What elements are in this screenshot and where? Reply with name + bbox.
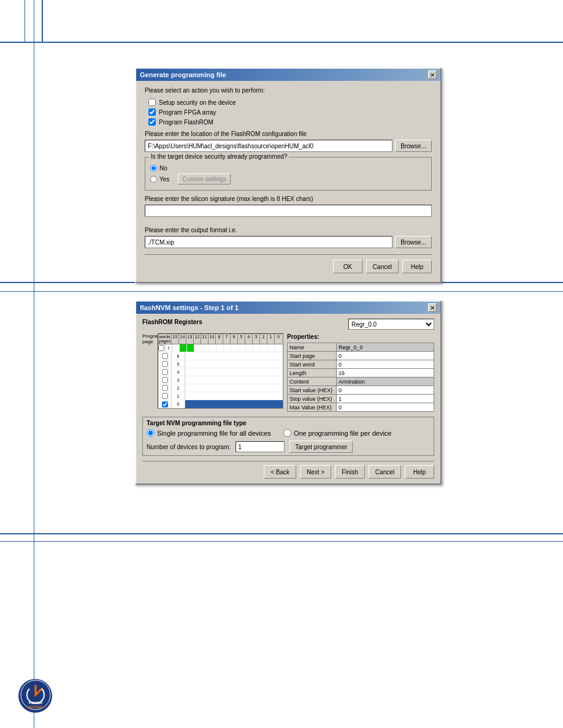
bit-row4-all bbox=[185, 368, 283, 376]
dialog1-title: Generate programming file bbox=[140, 71, 226, 78]
prop-startword-value: 0 bbox=[337, 360, 434, 369]
dialog2-cancel-button[interactable]: Cancel bbox=[369, 465, 401, 479]
row3-checkbox[interactable] bbox=[162, 377, 168, 383]
signature-input[interactable] bbox=[145, 205, 432, 217]
prop-stopval-label: Stop value (HEX) bbox=[288, 395, 337, 403]
prop-startpage-label: Start page bbox=[288, 352, 337, 360]
row1-checkbox[interactable] bbox=[162, 393, 168, 399]
dialog2-footer: < Back Next > Finish Cancel Help bbox=[142, 461, 434, 479]
bit-7-12 bbox=[194, 344, 202, 352]
grid-row-1: 1 bbox=[158, 392, 283, 400]
register-select[interactable]: Regr_0.0 bbox=[348, 319, 434, 330]
bit-7-1 bbox=[268, 344, 275, 352]
bit-row5-all bbox=[185, 360, 283, 368]
col-12: 12 bbox=[194, 334, 201, 344]
properties-table: Name Regr_0_0 Start page 0 Start word 0 … bbox=[287, 343, 434, 412]
num-devices-input[interactable] bbox=[236, 441, 285, 452]
output-input[interactable] bbox=[145, 236, 393, 248]
dialog2-back-button[interactable]: < Back bbox=[264, 465, 296, 479]
col-7: 7 bbox=[223, 334, 231, 344]
dialog2-close-button[interactable]: ✕ bbox=[428, 303, 437, 312]
generate-programming-dialog: Generate programming file ✕ Please selec… bbox=[135, 67, 442, 283]
dialog2-title: flashNVM settings - Step 1 of 1 bbox=[140, 304, 239, 311]
section-divider-3 bbox=[0, 533, 563, 534]
row6-word: 6 bbox=[172, 352, 185, 360]
dialog1-close-button[interactable]: ✕ bbox=[428, 70, 437, 79]
col-6: 6 bbox=[231, 334, 238, 344]
bit-7-8 bbox=[216, 344, 224, 352]
single-file-radio[interactable] bbox=[147, 429, 155, 437]
words-header: wordspages bbox=[158, 334, 172, 344]
radio-no-row: No bbox=[150, 165, 426, 172]
properties-label: Properties: bbox=[287, 333, 434, 340]
col-0: 0 bbox=[275, 334, 282, 344]
dialog1-body: Please select an action you wish to perf… bbox=[136, 81, 440, 282]
col-5: 5 bbox=[238, 334, 245, 344]
setup-security-label: Setup security on the device bbox=[159, 99, 236, 106]
setup-security-row: Setup security on the device bbox=[148, 99, 432, 106]
grid-header: wordspages 15 14 13 12 11 10 8 7 6 5 4 bbox=[158, 334, 283, 344]
custom-settings-button[interactable]: Custom settings bbox=[178, 173, 231, 184]
dialog1-cancel-button[interactable]: Cancel bbox=[366, 260, 399, 273]
row7-checkbox[interactable] bbox=[158, 345, 164, 351]
dialog2-next-button[interactable]: Next > bbox=[300, 465, 331, 479]
page-left-line bbox=[42, 0, 43, 42]
one-per-radio[interactable] bbox=[283, 429, 291, 437]
dialog2-help-button[interactable]: Help bbox=[405, 465, 434, 479]
bit-7-11 bbox=[202, 344, 209, 352]
page-decoration-line2 bbox=[34, 0, 34, 728]
row2-checkbox[interactable] bbox=[162, 385, 168, 391]
target-programmer-button[interactable]: Target programmer bbox=[289, 441, 353, 453]
single-file-label: Single programming file for all devices bbox=[157, 430, 271, 437]
config-file-label: Please enter the location of the FlashRO… bbox=[145, 131, 432, 137]
right-panel: Properties: Name Regr_0_0 Start page 0 S… bbox=[287, 333, 434, 412]
program-fpga-row: Program FPGA array bbox=[148, 108, 432, 116]
radio-no-label: No bbox=[159, 165, 167, 172]
radio-no[interactable] bbox=[150, 165, 157, 172]
grid-row-2: 2 bbox=[158, 384, 283, 392]
program-fpga-checkbox[interactable] bbox=[148, 108, 156, 116]
row5-checkbox[interactable] bbox=[162, 361, 168, 367]
dialog2-finish-button[interactable]: Finish bbox=[335, 465, 365, 479]
row4-checkbox[interactable] bbox=[162, 369, 168, 375]
radio-yes[interactable] bbox=[150, 176, 157, 183]
signature-label: Please enter the silicon signature (max … bbox=[145, 195, 432, 202]
program-flashrom-label: Program FlashROM bbox=[159, 119, 213, 126]
radio-yes-label: Yes bbox=[159, 176, 169, 183]
setup-security-checkbox[interactable] bbox=[148, 99, 156, 106]
section-divider-2 bbox=[0, 291, 563, 292]
bit-7-3 bbox=[253, 344, 261, 352]
row2-word: 2 bbox=[172, 384, 185, 392]
prop-length-label: Length bbox=[288, 369, 337, 377]
dialog2-content: Program page wordspages 15 14 13 12 11 1… bbox=[142, 333, 434, 412]
col-1: 1 bbox=[267, 334, 275, 344]
dialog1-ok-button[interactable]: OK bbox=[333, 260, 362, 273]
row6-checkbox[interactable] bbox=[162, 353, 168, 359]
bit-row2-all bbox=[185, 384, 283, 392]
dialog1-instruction: Please select an action you wish to perf… bbox=[145, 87, 432, 94]
row5-word: 5 bbox=[172, 360, 185, 368]
prop-startpage-row: Start page 0 bbox=[288, 352, 434, 360]
prop-maxval-label: Max Value (HEX) bbox=[288, 403, 337, 412]
program-flashrom-checkbox[interactable] bbox=[148, 118, 156, 126]
bit-7-14 bbox=[180, 344, 187, 352]
output-browse-button[interactable]: Browse... bbox=[395, 236, 432, 248]
bit-7-7 bbox=[224, 344, 231, 352]
bit-7-4 bbox=[246, 344, 253, 352]
config-browse-button[interactable]: Browse... bbox=[395, 140, 432, 152]
dialog1-help-button[interactable]: Help bbox=[402, 260, 432, 273]
single-file-radio-row: Single programming file for all devices bbox=[147, 429, 271, 437]
dialog2-titlebar: flashNVM settings - Step 1 of 1 ✕ bbox=[136, 301, 440, 314]
prop-startval-label: Start value (HEX) bbox=[288, 386, 337, 395]
config-file-input[interactable] bbox=[145, 140, 393, 152]
program-flashrom-row: Program FlashROM bbox=[148, 118, 432, 126]
bit-7-5 bbox=[239, 344, 246, 352]
grid-row-3: 3 bbox=[158, 376, 283, 384]
row0-checkbox[interactable] bbox=[162, 401, 168, 408]
logo-area: POWER MATTERS bbox=[18, 679, 55, 716]
prop-stopval-value: 1 bbox=[337, 395, 434, 403]
col-4: 4 bbox=[245, 334, 253, 344]
bit-7-10 bbox=[209, 344, 216, 352]
program-page-label: Program page bbox=[142, 333, 156, 343]
bit-7-15 bbox=[172, 344, 180, 352]
